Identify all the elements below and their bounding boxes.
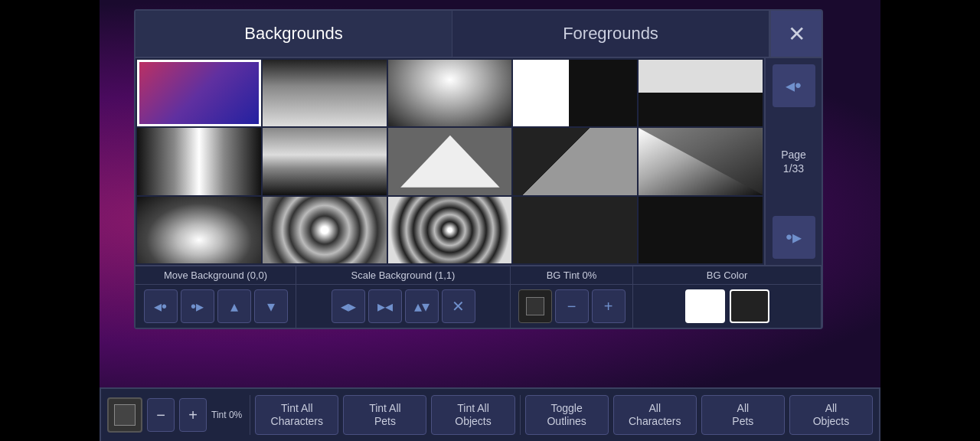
svg-marker-1 [639, 128, 763, 194]
page-current: 1/33 [781, 162, 806, 175]
grid-cell-14[interactable] [639, 197, 763, 263]
bg-tint-group: BG Tint 0% − + [511, 266, 633, 328]
tint-minus-button[interactable]: − [555, 289, 589, 323]
move-left-button[interactable]: ◂• [144, 289, 178, 323]
all-pets-line1: All [737, 402, 750, 415]
global-tint-swatch [114, 404, 136, 426]
color-black-swatch[interactable] [730, 289, 769, 323]
grid-cell-5[interactable] [137, 128, 261, 194]
scale-h-expand-icon: ◂▸ [341, 297, 356, 315]
color-label: BG Color [633, 266, 821, 285]
grid-cell-10[interactable] [137, 197, 261, 263]
all-objects-button[interactable]: All Objects [789, 395, 873, 435]
all-characters-line2: Characters [629, 415, 681, 428]
tint-buttons: − + [515, 285, 629, 328]
tint-pct-display: Tint 0% [211, 410, 242, 420]
grid-cell-1[interactable] [263, 60, 387, 126]
scale-buttons: ◂▸ ▸◂ ▴▾ ✕ [328, 285, 479, 328]
tint-swatch-inner [526, 297, 544, 315]
grid-cell-12[interactable] [388, 197, 512, 263]
all-objects-line2: Objects [813, 415, 849, 428]
scale-reset-button[interactable]: ✕ [442, 289, 475, 323]
grid-cell-9[interactable] [639, 128, 763, 194]
move-down-icon: ▾ [267, 297, 275, 315]
close-button[interactable]: ✕ [769, 11, 822, 57]
move-up-button[interactable]: ▴ [217, 289, 251, 323]
move-up-icon: ▴ [230, 297, 238, 315]
scale-v-expand-icon: ▴▾ [414, 297, 430, 315]
grid-cell-6[interactable] [263, 128, 387, 194]
tint-color-swatch[interactable] [518, 289, 552, 323]
scale-label: Scale Background (1,1) [296, 266, 510, 285]
main-panel: Backgrounds Foregrounds ✕ [134, 9, 823, 329]
tint-all-pets-line2: Pets [374, 415, 396, 428]
tint-all-objects-line2: Objects [455, 415, 491, 428]
move-right-icon: •▸ [191, 297, 204, 315]
grid-cell-0[interactable] [137, 60, 261, 126]
tint-plus-button[interactable]: + [592, 289, 626, 323]
global-tint-plus-button[interactable]: + [179, 398, 207, 432]
background-grid [136, 58, 764, 265]
prev-arrow-icon: ◂• [786, 75, 801, 96]
scale-h-shrink-icon: ▸◂ [377, 297, 393, 315]
tint-all-characters-button[interactable]: Tint All Characters [255, 395, 338, 435]
side-navigation: ◂• Page 1/33 •▸ [764, 58, 822, 265]
grid-cell-13[interactable] [513, 197, 637, 263]
color-swatches [679, 285, 776, 328]
move-buttons: ◂• •▸ ▴ ▾ [141, 285, 291, 328]
global-tint-color-box[interactable] [107, 397, 142, 433]
tint-pct-value: Tint 0% [211, 410, 242, 420]
tint-all-characters-line2: Characters [271, 415, 323, 428]
all-pets-button[interactable]: All Pets [701, 395, 785, 435]
move-background-group: Move Background (0,0) ◂• •▸ ▴ ▾ [136, 266, 296, 328]
separator-1 [250, 395, 250, 435]
grid-cell-2[interactable] [388, 60, 512, 126]
global-plus-icon: + [188, 407, 198, 424]
prev-page-button[interactable]: ◂• [773, 64, 815, 107]
grid-cell-4[interactable] [639, 60, 763, 126]
tab-backgrounds-label: Backgrounds [244, 24, 342, 44]
grid-cell-3[interactable] [513, 60, 637, 126]
page-indicator: Page 1/33 [781, 148, 806, 175]
toggle-outlines-line2: Outlines [547, 415, 586, 428]
tint-plus-icon: + [604, 298, 613, 315]
page-label: Page [781, 148, 806, 162]
grid-cell-8[interactable] [513, 128, 637, 194]
scale-horiz-expand-button[interactable]: ◂▸ [332, 289, 365, 323]
tint-all-characters-line1: Tint All [281, 402, 313, 415]
scale-horiz-shrink-button[interactable]: ▸◂ [368, 289, 402, 323]
next-arrow-icon: •▸ [786, 227, 801, 248]
all-characters-button[interactable]: All Characters [613, 395, 697, 435]
tab-foregrounds[interactable]: Foregrounds [452, 11, 769, 57]
scale-background-group: Scale Background (1,1) ◂▸ ▸◂ ▴▾ ✕ [296, 266, 511, 328]
global-minus-icon: − [156, 407, 165, 424]
all-pets-line2: Pets [732, 415, 753, 428]
toggle-outlines-button[interactable]: Toggle Outlines [525, 395, 609, 435]
bg-color-group: BG Color [633, 266, 822, 328]
tint-minus-icon: − [567, 298, 577, 315]
tab-bar: Backgrounds Foregrounds ✕ [136, 11, 822, 58]
grid-cell-7[interactable] [388, 128, 512, 194]
tint-label: BG Tint 0% [511, 266, 632, 285]
move-left-icon: ◂• [154, 297, 167, 315]
tint-all-pets-button[interactable]: Tint All Pets [343, 395, 426, 435]
svg-marker-0 [400, 136, 499, 188]
all-objects-line1: All [825, 402, 838, 415]
grid-cell-11[interactable] [263, 197, 387, 263]
move-down-button[interactable]: ▾ [254, 289, 288, 323]
color-white-swatch[interactable] [685, 289, 725, 323]
content-area: ◂• Page 1/33 •▸ [136, 58, 822, 265]
tab-foregrounds-label: Foregrounds [563, 24, 658, 44]
tint-all-objects-button[interactable]: Tint All Objects [431, 395, 514, 435]
scale-reset-icon: ✕ [452, 297, 465, 315]
move-right-button[interactable]: •▸ [181, 289, 214, 323]
move-label: Move Background (0,0) [136, 266, 296, 285]
global-tint-minus-button[interactable]: − [147, 398, 175, 432]
all-characters-line1: All [648, 402, 661, 415]
next-page-button[interactable]: •▸ [773, 216, 815, 259]
tab-backgrounds[interactable]: Backgrounds [136, 11, 452, 57]
separator-2 [520, 395, 521, 435]
scale-vert-expand-button[interactable]: ▴▾ [405, 289, 439, 323]
tint-all-objects-line1: Tint All [457, 402, 489, 415]
controls-row: Move Background (0,0) ◂• •▸ ▴ ▾ Scale Ba… [136, 265, 822, 328]
